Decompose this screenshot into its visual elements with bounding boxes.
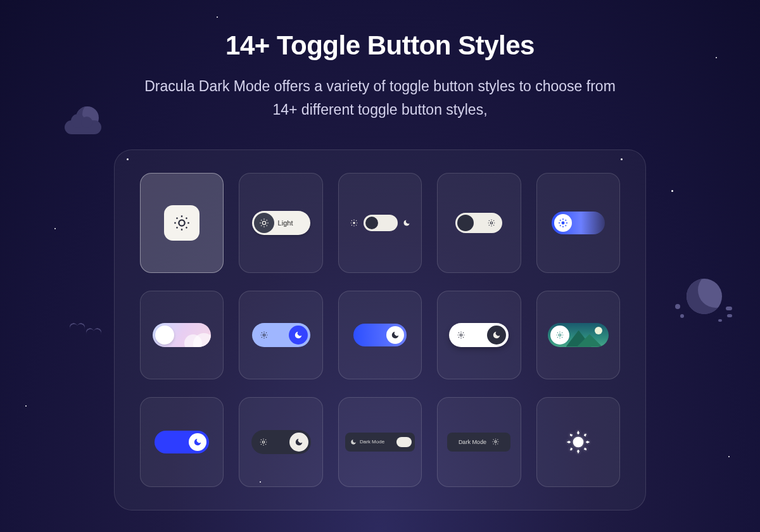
moon-icon [391, 331, 400, 339]
decorative-moon-cloud-icon [76, 106, 99, 129]
toggle-style-8[interactable] [338, 291, 422, 379]
sun-icon [173, 214, 191, 232]
moon-icon [193, 438, 202, 446]
svg-point-11 [560, 225, 561, 226]
sun-icon [555, 331, 564, 339]
moon-icon [294, 438, 303, 446]
toggle-style-5[interactable] [536, 173, 620, 273]
svg-point-1 [262, 221, 265, 224]
page-title: 14+ Toggle Button Styles [0, 30, 760, 61]
header: 14+ Toggle Button Styles Dracula Dark Mo… [0, 0, 760, 122]
svg-point-10 [565, 225, 566, 226]
svg-point-5 [562, 218, 564, 220]
svg-point-15 [559, 334, 561, 336]
sun-icon [557, 217, 569, 229]
toggle-style-1[interactable] [140, 173, 224, 273]
svg-point-4 [561, 221, 564, 224]
svg-point-3 [491, 222, 493, 224]
moon-icon [350, 439, 357, 445]
sun-icon [457, 331, 466, 339]
toggle-style-9[interactable] [437, 291, 521, 379]
toggle-style-13[interactable]: Dark Mode [338, 397, 422, 487]
knob [155, 326, 174, 345]
svg-point-9 [560, 219, 561, 220]
svg-point-16 [262, 441, 265, 443]
toggle-grid: Light [140, 173, 620, 487]
toggle-style-15[interactable] [536, 397, 620, 487]
toggle-label: Dark Mode [360, 439, 384, 445]
toggle-style-12[interactable] [239, 397, 322, 487]
toggle-style-7[interactable] [239, 291, 322, 379]
svg-point-18 [573, 436, 583, 447]
page-subtitle: Dracula Dark Mode offers a variety of to… [139, 75, 621, 122]
decorative-moon-icon [687, 279, 722, 314]
toggle-style-2[interactable]: Light [239, 173, 322, 273]
sun-icon [491, 438, 500, 446]
toggle-styles-panel: Light [114, 149, 646, 510]
svg-point-12 [565, 219, 566, 220]
svg-point-17 [495, 441, 497, 443]
toggle-style-4[interactable] [437, 173, 521, 273]
sun-icon [487, 218, 496, 227]
sun-icon [350, 218, 358, 227]
toggle-style-6[interactable] [140, 291, 224, 379]
svg-point-2 [353, 222, 355, 224]
svg-point-7 [559, 222, 560, 224]
moon-icon [294, 331, 303, 339]
toggle-style-10[interactable] [536, 291, 620, 379]
svg-point-13 [263, 334, 265, 336]
svg-point-14 [460, 334, 463, 336]
moon-icon [492, 331, 501, 339]
toggle-style-3[interactable] [338, 173, 422, 273]
moon-icon [403, 219, 410, 227]
toggle-label: Dark Mode [459, 439, 486, 445]
sun-icon [566, 429, 591, 455]
svg-point-6 [562, 226, 564, 227]
svg-point-8 [566, 222, 567, 224]
sun-icon [260, 331, 269, 339]
sun-icon [259, 438, 268, 446]
sun-icon [259, 218, 269, 228]
toggle-style-14[interactable]: Dark Mode [437, 397, 521, 487]
toggle-style-11[interactable] [140, 397, 224, 487]
svg-point-0 [179, 220, 185, 225]
toggle-label: Light [278, 219, 293, 227]
